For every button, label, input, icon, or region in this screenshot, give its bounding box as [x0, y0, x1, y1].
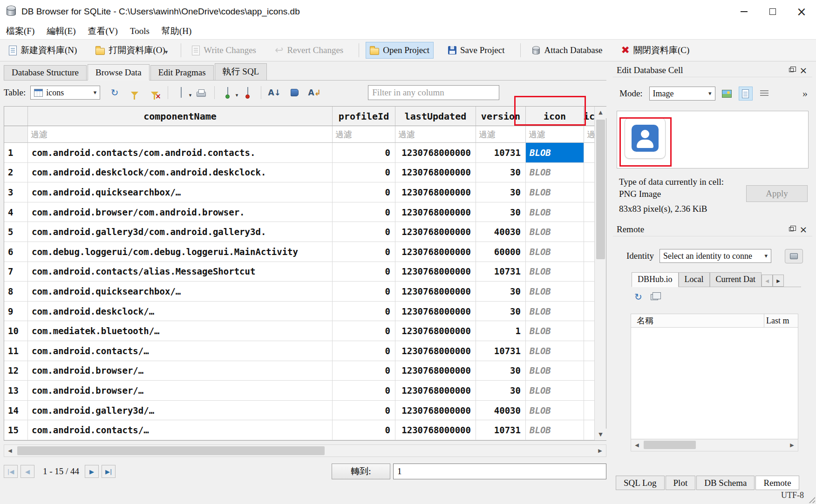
goto-record-input[interactable] — [393, 464, 606, 479]
cell-componentName[interactable]: com.mediatek.bluetooth/… — [28, 321, 333, 341]
cell-componentName[interactable]: com.android.contacts/… — [28, 420, 333, 440]
menu-help[interactable]: 幫助(H) — [156, 24, 197, 39]
cell-componentName[interactable]: com.android.deskclock/… — [28, 302, 333, 322]
column-header-lastUpdated[interactable]: lastUpdated — [395, 107, 476, 126]
mode-selector[interactable]: Image ▾ — [649, 87, 715, 101]
row-number[interactable]: 3 — [4, 182, 28, 202]
cell-componentName[interactable]: com.android.browser/… — [28, 381, 333, 401]
cell-lastUpdated[interactable]: 1230768000000 — [395, 182, 476, 202]
corner-header[interactable] — [4, 107, 28, 126]
cell-profileId[interactable]: 0 — [333, 222, 395, 242]
cell-icon[interactable]: BLOB — [526, 381, 584, 401]
cell-componentName[interactable]: com.android.contacts/com.android.contact… — [28, 143, 333, 163]
cell-partial[interactable] — [584, 401, 594, 421]
cell-profileId[interactable]: 0 — [333, 361, 395, 381]
column-header-componentName[interactable]: componentName — [28, 107, 333, 126]
column-header-version[interactable]: version — [476, 107, 526, 126]
cell-partial[interactable] — [584, 242, 594, 262]
cell-partial[interactable] — [584, 182, 594, 202]
undock-panel-button[interactable] — [785, 224, 797, 235]
horizontal-scroll-thumb[interactable] — [644, 441, 696, 449]
table-row[interactable]: 14 com.android.gallery3d/… 0 12307680000… — [4, 401, 606, 421]
table-row[interactable]: 7 com.android.contacts/alias.MessageShor… — [4, 262, 606, 282]
cell-icon[interactable]: BLOB — [526, 420, 584, 440]
remote-horizontal-scrollbar[interactable]: ◀ ▶ — [631, 439, 798, 451]
cell-partial[interactable] — [584, 282, 594, 302]
cell-lastUpdated[interactable]: 1230768000000 — [395, 143, 476, 163]
more-options-button[interactable]: » — [802, 87, 808, 100]
write-changes-button[interactable]: Write Changes — [188, 42, 260, 59]
table-selector[interactable]: icons ▾ — [30, 86, 100, 100]
next-record-button[interactable]: ▶ — [85, 465, 99, 478]
cell-icon[interactable]: BLOB — [526, 143, 584, 163]
cell-profileId[interactable]: 0 — [333, 401, 395, 421]
cell-profileId[interactable]: 0 — [333, 321, 395, 341]
column-header-name[interactable]: 名稱 — [631, 314, 764, 327]
clear-filters-button[interactable] — [148, 86, 162, 100]
close-button[interactable]: × — [787, 0, 816, 23]
print-button[interactable] — [194, 86, 208, 100]
cell-profileId[interactable]: 0 — [333, 143, 395, 163]
scroll-left-button[interactable]: ◀ — [631, 439, 643, 451]
tab-database-structure[interactable]: Database Structure — [4, 65, 87, 80]
cell-icon[interactable]: BLOB — [526, 341, 584, 361]
cell-partial[interactable] — [584, 341, 594, 361]
cell-version[interactable]: 10731 — [476, 420, 526, 440]
row-number[interactable]: 14 — [4, 401, 28, 421]
cell-icon[interactable]: BLOB — [526, 222, 584, 242]
cell-profileId[interactable]: 0 — [333, 242, 395, 262]
edit-sort-button[interactable]: A↲ — [307, 86, 321, 100]
scroll-track[interactable] — [643, 439, 786, 451]
cell-version[interactable]: 30 — [476, 182, 526, 202]
column-header-profileId[interactable]: profileId — [333, 107, 395, 126]
row-number[interactable]: 4 — [4, 202, 28, 222]
cell-lastUpdated[interactable]: 1230768000000 — [395, 163, 476, 183]
word-wrap-button[interactable] — [757, 87, 771, 101]
cell-version[interactable]: 40030 — [476, 222, 526, 242]
apply-button[interactable]: Apply — [746, 185, 808, 202]
filter-lastUpdated[interactable]: 過濾 — [395, 126, 476, 143]
row-number[interactable]: 13 — [4, 381, 28, 401]
scroll-left-button[interactable]: ◀ — [4, 445, 16, 457]
tab-remote[interactable]: Remote — [755, 476, 799, 490]
cell-partial[interactable] — [584, 381, 594, 401]
cell-profileId[interactable]: 0 — [333, 282, 395, 302]
cell-componentName[interactable]: com.android.browser/… — [28, 361, 333, 381]
table-row[interactable]: 12 com.android.browser/… 0 1230768000000… — [4, 361, 606, 381]
cell-profileId[interactable]: 0 — [333, 381, 395, 401]
cell-componentName[interactable]: com.android.quicksearchbox/… — [28, 182, 333, 202]
row-number[interactable]: 7 — [4, 262, 28, 282]
column-header-partial[interactable]: ic — [584, 107, 594, 126]
column-header-last-modified[interactable]: Last m — [764, 314, 798, 327]
delete-record-button[interactable] — [241, 86, 255, 100]
tab-edit-pragmas[interactable]: Edit Pragmas — [150, 65, 214, 80]
row-number[interactable]: 12 — [4, 361, 28, 381]
row-number[interactable]: 2 — [4, 163, 28, 183]
close-panel-button[interactable]: × — [797, 65, 809, 75]
table-row[interactable]: 8 com.android.quicksearchbox/… 0 1230768… — [4, 282, 606, 302]
cell-icon[interactable]: BLOB — [526, 163, 584, 183]
tab-browse-data[interactable]: Browse Data — [88, 64, 150, 81]
dock-splitter[interactable] — [607, 61, 612, 486]
cell-lastUpdated[interactable]: 1230768000000 — [395, 302, 476, 322]
resize-grip[interactable] — [808, 496, 815, 503]
open-database-menu-arrow[interactable]: ▾ — [165, 48, 168, 56]
filter-input[interactable] — [368, 85, 499, 100]
cell-componentName[interactable]: com.android.contacts/… — [28, 341, 333, 361]
table-row[interactable]: 10 com.mediatek.bluetooth/… 0 1230768000… — [4, 321, 606, 341]
menu-file[interactable]: 檔案(F) — [0, 24, 41, 39]
menu-tools[interactable]: Tools — [124, 25, 156, 38]
tabs-scroll-left-button[interactable]: ◀ — [762, 275, 773, 287]
cell-version[interactable]: 10731 — [476, 143, 526, 163]
close-database-button[interactable]: ✖ 關閉資料庫(C) — [617, 41, 694, 60]
cell-profileId[interactable]: 0 — [333, 262, 395, 282]
cell-icon[interactable]: BLOB — [526, 302, 584, 322]
refresh-table-button[interactable]: ↻ — [108, 86, 122, 100]
row-number[interactable]: 8 — [4, 282, 28, 302]
cell-icon[interactable]: BLOB — [526, 401, 584, 421]
attach-database-button[interactable]: Attach Database — [527, 42, 607, 59]
table-row[interactable]: 13 com.android.browser/… 0 1230768000000… — [4, 381, 606, 401]
table-row[interactable]: 2 com.android.deskclock/com.android.desk… — [4, 163, 606, 183]
cell-icon[interactable]: BLOB — [526, 321, 584, 341]
cell-icon[interactable]: BLOB — [526, 282, 584, 302]
